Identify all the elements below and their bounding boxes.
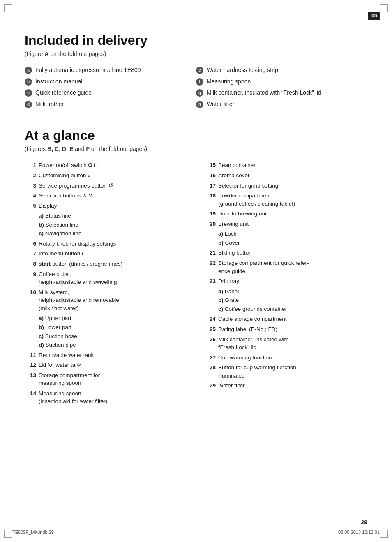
glance-num: 27	[204, 354, 216, 362]
footer-left: TE809F_MK.indb 29	[12, 530, 54, 535]
glance-item: 17Selector for grind setting	[204, 182, 367, 190]
corner-tl	[4, 4, 12, 12]
glance-sub-item: b) Grate	[204, 296, 367, 304]
glance-text: Cup warming function	[218, 354, 367, 362]
glance-item: 27Cup warming function	[204, 354, 367, 362]
glance-num: 18	[204, 192, 216, 200]
delivery-section: Included in delivery (Figure A on the fo…	[25, 33, 367, 111]
glance-num: 26	[204, 336, 216, 344]
glance-num: 12	[25, 361, 36, 369]
glance-title: At a glance	[25, 128, 367, 143]
delivery-item: eWater hardness testing strip	[196, 66, 367, 74]
glance-item-group: 15Bean container	[204, 161, 367, 169]
glance-sub-item: a) Upper part	[25, 314, 188, 322]
glance-text: Powder compartment(ground coffee / clean…	[218, 192, 367, 208]
glance-num: 8	[25, 260, 36, 268]
glance-item: 25Rating label (E-No.; FD)	[204, 325, 367, 334]
glance-item: 14Measuring spoon(insertion aid for wate…	[25, 389, 188, 405]
delivery-item-text: Measuring spoon	[207, 78, 251, 86]
glance-text: Storage compartment for quick refer-ence…	[218, 259, 367, 275]
glance-text: Display	[39, 202, 188, 210]
glance-num: 7	[25, 250, 36, 258]
sub-text: b) Lower part	[39, 323, 71, 331]
glance-item: 3Service programmes button ↺	[25, 182, 188, 190]
glance-text: Milk container, insulated with“Fresh Loc…	[218, 336, 367, 352]
glance-num: 1	[25, 161, 36, 169]
glance-item: 11Removable water tank	[25, 351, 188, 359]
glance-text: Removable water tank	[39, 351, 188, 359]
bullet: a	[25, 67, 32, 74]
glance-item: 15Bean container	[204, 161, 367, 169]
glance-sub-item: c) Suction hose	[25, 332, 188, 340]
glance-columns: 1Power on/off switch O / I2Customising b…	[25, 161, 367, 408]
glance-item-group: 11Removable water tank	[25, 351, 188, 359]
glance-item: 8start button (drinks / programmes)	[25, 260, 188, 268]
glance-sub-item: c) Navigation line	[25, 229, 188, 238]
delivery-subtitle-prefix: (Figure	[25, 51, 44, 57]
glance-item: 4Selection buttons ∧ ∨	[25, 192, 188, 200]
sub-label	[25, 314, 36, 322]
glance-item-group: 28Button for cup warming function,illumi…	[204, 364, 367, 380]
glance-num: 29	[204, 382, 216, 390]
delivery-item-text: Water hardness testing strip	[207, 66, 278, 74]
glance-item: 10Milk system,height-adjustable and remo…	[25, 288, 188, 313]
glance-subtitle-and: and	[73, 146, 86, 152]
glance-text: Power on/off switch O / I	[39, 161, 188, 169]
sub-text: c) Suction hose	[39, 332, 77, 340]
glance-item-group: 9Coffee outlet,height-adjustable and swi…	[25, 270, 188, 286]
glance-num: 23	[204, 277, 216, 285]
glance-text: Measuring spoon(insertion aid for water …	[39, 389, 188, 405]
glance-item-group: 21Sliding button	[204, 249, 367, 257]
sub-label	[204, 239, 216, 247]
glance-item-group: 13Storage compartment formeasuring spoon	[25, 371, 188, 387]
sub-label	[25, 341, 36, 349]
sub-label	[204, 287, 216, 296]
glance-item-group: 29Water filter	[204, 382, 367, 390]
sub-label	[25, 212, 36, 220]
delivery-item: fMeasuring spoon	[196, 78, 367, 86]
bullet: g	[196, 89, 203, 97]
glance-col-left: 1Power on/off switch O / I2Customising b…	[25, 161, 188, 408]
glance-num: 15	[204, 161, 216, 169]
glance-subtitle-bold2: F	[86, 146, 90, 152]
sub-text: b) Selection line	[39, 221, 78, 229]
page-number: 29	[361, 519, 367, 526]
glance-item-group: 20Brewing unita) Lockb) Cover	[204, 220, 367, 247]
glance-sub-item: b) Cover	[204, 239, 367, 247]
glance-item: 18Powder compartment(ground coffee / cle…	[204, 192, 367, 208]
glance-subtitle-suffix: on the fold-out pages)	[90, 146, 147, 152]
glance-num: 16	[204, 171, 216, 180]
glance-text: start button (drinks / programmes)	[39, 260, 188, 268]
glance-item-group: 23Drip traya) Panelb) Gratec) Coffee gro…	[204, 277, 367, 313]
delivery-col-right: eWater hardness testing stripfMeasuring …	[196, 66, 367, 111]
glance-num: 22	[204, 259, 216, 267]
glance-text: Lid for water tank	[39, 361, 188, 369]
glance-num: 2	[25, 171, 36, 180]
glance-text: Bean container	[218, 161, 367, 169]
glance-sub-item: a) Status line	[25, 212, 188, 220]
glance-item-group: 25Rating label (E-No.; FD)	[204, 325, 367, 334]
glance-num: 14	[25, 389, 36, 398]
sub-label	[204, 305, 216, 313]
delivery-title: Included in delivery	[25, 33, 367, 48]
glance-num: 19	[204, 210, 216, 218]
glance-item-group: 17Selector for grind setting	[204, 182, 367, 190]
delivery-item: hWater filter	[196, 100, 367, 109]
sub-text: c) Navigation line	[39, 229, 81, 238]
glance-num: 10	[25, 288, 36, 296]
delivery-item-text: Fully automatic espresso machine TE809	[35, 66, 141, 74]
sub-text: b) Cover	[218, 239, 240, 247]
glance-item-group: 3Service programmes button ↺	[25, 182, 188, 190]
delivery-col-left: aFully automatic espresso machine TE809b…	[25, 66, 196, 111]
sub-text: c) Coffee grounds container	[218, 305, 287, 313]
page: en Included in delivery (Figure A on the…	[0, 0, 392, 542]
sub-text: a) Panel	[218, 287, 239, 296]
sub-text: a) Status line	[39, 212, 71, 220]
glance-text: Selector for grind setting	[218, 182, 367, 190]
delivery-item-text: Instruction manual	[35, 78, 82, 86]
glance-num: 17	[204, 182, 216, 190]
delivery-item: bInstruction manual	[25, 78, 196, 86]
glance-item-group: 24Cable storage compartment	[204, 315, 367, 323]
glance-num: 25	[204, 325, 216, 334]
delivery-item-text: Quick reference guide	[35, 89, 92, 97]
